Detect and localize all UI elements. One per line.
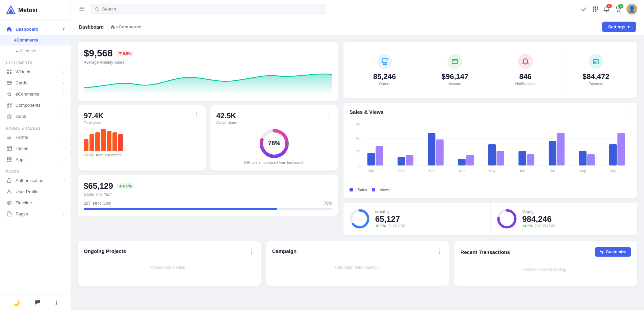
svg-point-41 [617, 11, 618, 11]
sales-views-header: Sales & Views ⋮ [350, 109, 631, 115]
breadcrumb-parent[interactable]: eCommerce [110, 24, 141, 29]
svg-rect-22 [7, 159, 8, 160]
campaign-title: Campaign [272, 248, 297, 254]
notifications-value: 846 [519, 72, 532, 81]
svg-rect-64 [397, 157, 405, 165]
notifications-button[interactable]: 5 [603, 6, 610, 12]
sidebar: Metoxi Dashboard ▾ eCommerce ▸ Alternate… [0, 0, 71, 310]
sales-views-more-button[interactable]: ⋮ [625, 109, 631, 115]
sidebar-label-timeline: Timeline [16, 200, 32, 205]
sidebar-item-icons[interactable]: Icons › [0, 111, 71, 122]
sidebar-item-pages[interactable]: Pages › [0, 208, 71, 219]
cart-badge: 8 [618, 4, 623, 8]
sidebar-label-widgets: Widgets [16, 69, 31, 74]
sidebar-item-components[interactable]: Components › [0, 100, 71, 111]
weekly-sales-chart [84, 68, 332, 95]
active-users-value: 42.5K [216, 111, 237, 120]
transactions-card: Recent Transactions Customize Transactio… [454, 241, 637, 286]
svg-rect-70 [488, 144, 496, 165]
users-change-label: from last month [96, 153, 122, 157]
search-input[interactable] [102, 6, 321, 11]
goal-left: 285 left to Goal [84, 201, 111, 206]
ongoing-projects-header: Ongoing Projects ⋮ [84, 247, 255, 255]
section-forms-tables: FORMS & TABLES [0, 122, 71, 132]
chevron-right-icon: › [63, 158, 65, 161]
apps-icon [6, 157, 12, 162]
payment-stat: $84,472 Payment [561, 48, 632, 92]
sidebar-item-user-profile[interactable]: User Profile [0, 186, 71, 197]
search-box[interactable] [90, 4, 326, 14]
svg-rect-21 [10, 157, 11, 159]
sidebar-item-timeline[interactable]: Timeline [0, 197, 71, 208]
svg-rect-20 [9, 157, 10, 159]
bag-icon [6, 92, 12, 97]
sidebar-label-pages: Pages [16, 211, 28, 216]
sidebar-item-forms[interactable]: Forms › [0, 132, 71, 143]
sidebar-label-apps: Apps [16, 157, 26, 162]
svg-rect-71 [496, 151, 504, 165]
weekly-sales-amount: $9,568 [84, 48, 113, 59]
svg-rect-62 [367, 153, 375, 165]
active-users-note: 24K users increased from last month [216, 160, 332, 164]
total-users-label: Total Users [84, 121, 104, 125]
grid-icon [6, 69, 12, 74]
svg-rect-25 [7, 161, 8, 162]
svg-text:60: 60 [356, 123, 360, 127]
cart-button[interactable]: 8 [615, 6, 621, 12]
sidebar-item-tables[interactable]: Tables › [0, 143, 71, 154]
sidebar-label-ecommerce2: eCommerce [16, 92, 40, 97]
breadcrumb-bar: Dashboard | eCommerce Settings ▾ [71, 18, 644, 36]
sidebar-item-alternate[interactable]: ▸ Alternate [0, 46, 71, 56]
checkmark-button[interactable] [581, 6, 587, 12]
svg-rect-27 [10, 161, 11, 162]
active-users-donut: 78% [216, 127, 332, 160]
sidebar-item-authentication[interactable]: Authentication › [0, 175, 71, 186]
mini-stats-row: 97.4K Total Users ⋮ [78, 105, 338, 171]
chevron-right-icon: › [63, 179, 65, 182]
flag-button[interactable]: 🏴 [34, 300, 41, 306]
campaign-more-button[interactable]: ⋮ [437, 247, 443, 255]
yearly-sub: 267.35 USD [535, 224, 555, 228]
sidebar-label-authentication: Authentication [16, 178, 43, 183]
sidebar-item-apps[interactable]: Apps › [0, 154, 71, 165]
svg-rect-3 [10, 70, 11, 71]
svg-point-96 [602, 252, 603, 253]
orders-icon [377, 54, 392, 69]
more-options-button[interactable]: ⋮ [194, 111, 200, 118]
lock-icon [6, 178, 12, 183]
sidebar-item-dashboard[interactable]: Dashboard ▾ [0, 23, 71, 35]
sidebar-item-ecommerce[interactable]: eCommerce [0, 35, 71, 46]
chevron-right-icon: › [63, 81, 65, 85]
sidebar-item-widgets[interactable]: Widgets › [0, 66, 71, 77]
sidebar-item-cards[interactable]: Cards › [0, 77, 71, 88]
income-label: Income [449, 82, 461, 86]
notifications-badge: 5 [607, 4, 612, 8]
svg-rect-53 [594, 62, 596, 63]
info-button[interactable]: ℹ [55, 300, 57, 306]
weekly-sales-label: Average Weekly Sales [84, 60, 332, 65]
monthly-donut [349, 208, 370, 230]
hamburger-button[interactable]: ☰ [78, 4, 86, 14]
user-avatar[interactable]: 👤 [626, 4, 637, 15]
breadcrumb-current: Dashboard [79, 24, 104, 30]
grid-icon [592, 6, 598, 12]
apps-grid-button[interactable] [592, 6, 598, 12]
sales-progress-bar [84, 208, 332, 210]
svg-rect-78 [609, 144, 617, 165]
svg-rect-9 [10, 103, 11, 105]
sidebar-nav: Dashboard ▾ eCommerce ▸ Alternate UI ELE… [0, 21, 71, 295]
dark-mode-button[interactable]: 🌙 [13, 300, 20, 306]
more-options-button[interactable]: ⋮ [326, 111, 332, 118]
person-icon [6, 189, 12, 194]
ongoing-placeholder: Project data loading... [84, 257, 255, 278]
donut-percentage: 78% [268, 140, 280, 147]
section-ui-elements: UI ELEMENTS [0, 56, 71, 66]
ongoing-more-button[interactable]: ⋮ [249, 247, 255, 255]
sidebar-item-ecommerce2[interactable]: eCommerce › [0, 88, 71, 100]
svg-rect-19 [7, 157, 8, 159]
customize-button[interactable]: Customize [595, 247, 631, 257]
settings-button[interactable]: Settings ▾ [602, 22, 636, 32]
star-icon [6, 114, 12, 119]
svg-rect-36 [593, 8, 594, 10]
sales-legend-dot [350, 188, 353, 191]
